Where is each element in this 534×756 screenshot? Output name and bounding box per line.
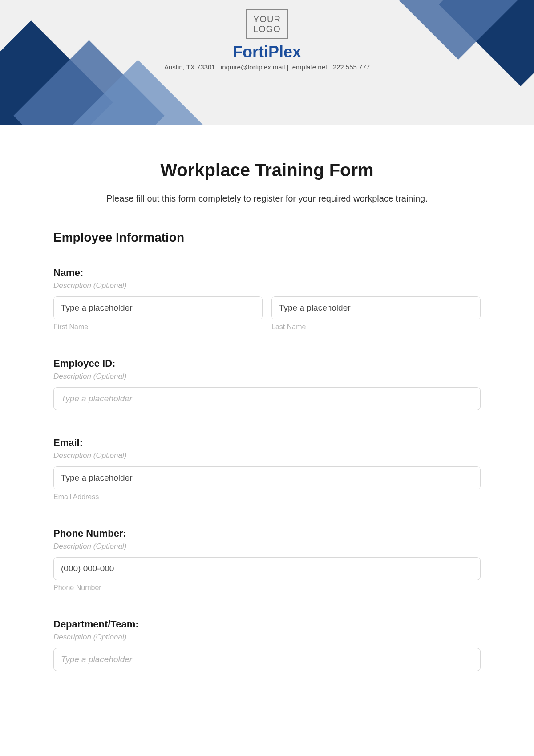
email-input[interactable] xyxy=(53,466,481,489)
field-desc: Description (Optional) xyxy=(53,633,481,642)
field-employee-id: Employee ID: Description (Optional) xyxy=(53,358,481,410)
last-name-input[interactable] xyxy=(271,296,481,319)
phone-sublabel: Phone Number xyxy=(53,584,481,592)
first-name-input[interactable] xyxy=(53,296,263,319)
field-name: Name: Description (Optional) First Name … xyxy=(53,267,481,331)
department-input[interactable] xyxy=(53,648,481,671)
phone-input[interactable] xyxy=(53,557,481,580)
field-email: Email: Description (Optional) Email Addr… xyxy=(53,437,481,501)
company-name: FortiPlex xyxy=(0,43,534,61)
field-desc: Description (Optional) xyxy=(53,542,481,551)
company-address: Austin, TX 73301 xyxy=(164,63,215,71)
first-name-sublabel: First Name xyxy=(53,323,263,331)
logo-text-2: LOGO xyxy=(253,24,281,34)
form-title: Workplace Training Form xyxy=(53,160,481,180)
field-desc: Description (Optional) xyxy=(53,451,481,460)
field-label: Name: xyxy=(53,267,481,279)
last-name-sublabel: Last Name xyxy=(271,323,481,331)
section-heading: Employee Information xyxy=(53,230,481,245)
field-desc: Description (Optional) xyxy=(53,281,481,290)
header-banner: YOUR LOGO FortiPlex Austin, TX 73301 | i… xyxy=(0,0,534,125)
field-label: Employee ID: xyxy=(53,358,481,369)
field-department: Department/Team: Description (Optional) xyxy=(53,619,481,671)
field-label: Phone Number: xyxy=(53,528,481,539)
company-email: inquire@fortiplex.mail xyxy=(221,63,285,71)
company-info: Austin, TX 73301 | inquire@fortiplex.mai… xyxy=(0,63,534,71)
field-label: Email: xyxy=(53,437,481,449)
company-site: template.net xyxy=(291,63,328,71)
company-phone: 222 555 777 xyxy=(333,63,370,71)
email-sublabel: Email Address xyxy=(53,493,481,501)
logo-placeholder: YOUR LOGO xyxy=(246,9,288,39)
form-body: Workplace Training Form Please fill out … xyxy=(0,125,534,756)
form-instructions: Please fill out this form completely to … xyxy=(53,194,481,204)
field-phone: Phone Number: Description (Optional) Pho… xyxy=(53,528,481,592)
field-label: Department/Team: xyxy=(53,619,481,630)
logo-text-1: YOUR xyxy=(253,14,281,24)
employee-id-input[interactable] xyxy=(53,387,481,410)
field-desc: Description (Optional) xyxy=(53,372,481,381)
